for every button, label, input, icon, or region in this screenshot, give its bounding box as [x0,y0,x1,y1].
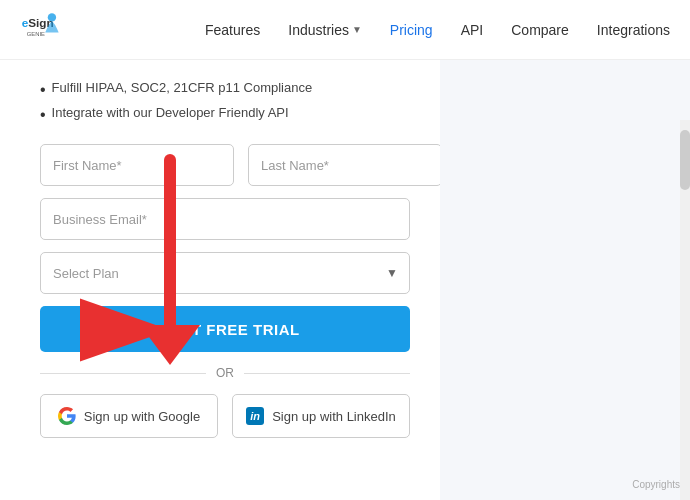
nav-item-industries[interactable]: Industries ▼ [288,22,362,38]
chevron-down-icon: ▼ [352,24,362,35]
email-row [40,198,410,240]
right-panel: Copyrights [440,60,690,500]
bullet-hipaa: Fulfill HIPAA, SOC2, 21CFR p11 Complianc… [40,80,410,99]
name-row [40,144,410,186]
svg-text:GENIE: GENIE [27,30,45,36]
or-divider: OR [40,366,410,380]
logo-icon: eSign GENIE [20,9,62,51]
start-trial-button[interactable]: START FREE TRIAL [40,306,410,352]
linkedin-button-label: Sign up with LinkedIn [272,409,396,424]
social-buttons: Sign up with Google in Sign up with Link… [40,394,410,438]
feature-list: Fulfill HIPAA, SOC2, 21CFR p11 Complianc… [40,80,410,124]
linkedin-signup-button[interactable]: in Sign up with LinkedIn [232,394,410,438]
plan-select[interactable]: Select Plan Basic Plan Professional Plan… [40,252,410,294]
linkedin-icon: in [246,407,264,425]
nav-item-api[interactable]: API [461,21,484,39]
left-panel: Fulfill HIPAA, SOC2, 21CFR p11 Complianc… [0,60,440,500]
google-signup-button[interactable]: Sign up with Google [40,394,218,438]
nav-links: Features Industries ▼ Pricing API Compar… [205,21,670,39]
or-text: OR [216,366,234,380]
logo[interactable]: eSign GENIE [20,9,62,51]
svg-point-2 [48,13,56,21]
divider-line-left [40,373,206,374]
scrollbar-track[interactable] [680,120,690,500]
divider-line-right [244,373,410,374]
nav-item-features[interactable]: Features [205,21,260,39]
plan-select-wrapper: Select Plan Basic Plan Professional Plan… [40,252,410,294]
email-input[interactable] [40,198,410,240]
watermark: Copyrights [632,479,680,490]
main-content: Fulfill HIPAA, SOC2, 21CFR p11 Complianc… [0,60,690,500]
bullet-api: Integrate with our Developer Friendly AP… [40,105,410,124]
scrollbar-thumb[interactable] [680,130,690,190]
google-button-label: Sign up with Google [84,409,200,424]
first-name-input[interactable] [40,144,234,186]
nav-item-pricing[interactable]: Pricing [390,21,433,39]
last-name-input[interactable] [248,144,440,186]
nav-item-integrations[interactable]: Integrations [597,21,670,39]
nav-item-compare[interactable]: Compare [511,21,569,39]
navbar: eSign GENIE Features Industries ▼ Pricin… [0,0,690,60]
google-icon [58,407,76,425]
